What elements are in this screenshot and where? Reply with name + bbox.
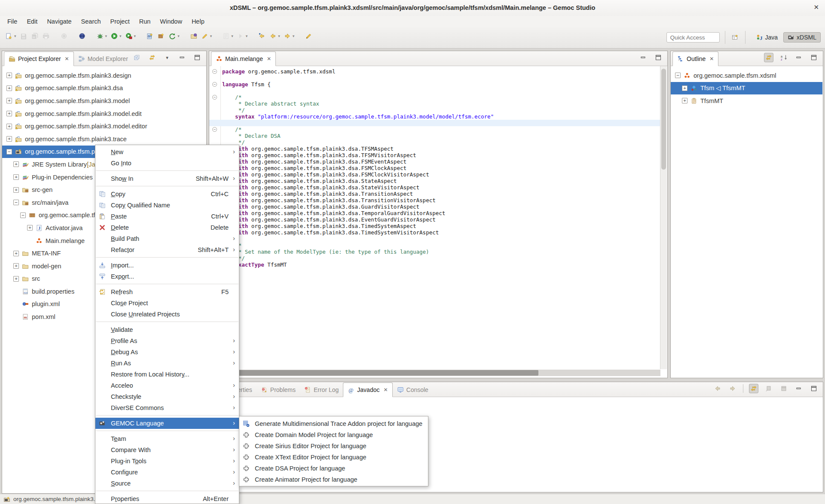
window-close-icon[interactable]: ✕ xyxy=(813,3,819,11)
print-button[interactable] xyxy=(40,30,52,42)
bottom-tab-error-log[interactable]: Error Log xyxy=(300,383,343,397)
menu-item-build-path[interactable]: Build Path› xyxy=(95,233,239,244)
menu-item-checkstyle[interactable]: Checkstyle› xyxy=(95,391,239,402)
quick-access-input[interactable] xyxy=(666,32,720,43)
dropdown-chevron-icon[interactable]: ▾ xyxy=(278,34,280,38)
menu-item-restore-from-local-history[interactable]: Restore from Local History... xyxy=(95,369,239,380)
explorer-tab-model-explorer[interactable]: Model Explorer xyxy=(74,52,132,66)
maximize-button[interactable] xyxy=(809,384,819,393)
maximize-button[interactable] xyxy=(654,53,663,62)
menu-project[interactable]: Project xyxy=(106,18,134,25)
minimize-button[interactable] xyxy=(177,53,187,62)
submenu-item-create-domain-model-project-for-language[interactable]: Create Domain Model Project for language xyxy=(239,429,428,440)
run-button[interactable] xyxy=(109,30,120,42)
menu-navigate[interactable]: Navigate xyxy=(42,18,76,25)
next-annotation-button[interactable] xyxy=(235,30,246,42)
collapse-icon[interactable]: − xyxy=(675,73,681,78)
expand-icon[interactable]: + xyxy=(13,251,19,256)
fold-collapse-icon[interactable]: − xyxy=(212,69,217,74)
perspective-java-button[interactable]: JJava xyxy=(752,33,782,42)
submenu-item-create-sirius-editor-project-for-language[interactable]: Create Sirius Editor Project for languag… xyxy=(239,440,428,452)
project-item-org-gemoc-sample-tfsm-plaink3-model-edit[interactable]: +org.gemoc.sample.tfsm.plaink3.model.edi… xyxy=(2,107,206,120)
expand-icon[interactable]: + xyxy=(6,111,12,116)
menu-file[interactable]: File xyxy=(3,18,22,25)
menu-item-copy-qualified-name[interactable]: Copy Qualified Name xyxy=(95,200,239,211)
menu-item-profile-as[interactable]: Profile As› xyxy=(95,335,239,346)
menu-item-team[interactable]: Team› xyxy=(95,433,239,444)
forward-button[interactable] xyxy=(282,30,293,42)
menu-item-diverse-commons[interactable]: DiverSE Commons› xyxy=(95,402,239,413)
mark-occurrences-button[interactable] xyxy=(220,30,232,42)
new-plugin-project-button[interactable] xyxy=(156,30,167,42)
collapse-icon[interactable]: − xyxy=(6,149,12,155)
back-disabled-button[interactable] xyxy=(713,384,722,393)
menu-item-refresh[interactable]: RefreshF5 xyxy=(95,286,239,298)
outline-item-tfsm-tfsmmt[interactable]: +Tfsm ◁ TfsmMT xyxy=(671,82,822,95)
horizontal-scrollbar-thumb[interactable] xyxy=(210,370,538,376)
menu-window[interactable]: Window xyxy=(155,18,187,25)
dropdown-chevron-icon[interactable]: ▾ xyxy=(14,34,16,38)
tab-close-icon[interactable]: ✕ xyxy=(709,56,714,62)
menu-item-debug-as[interactable]: Debug As› xyxy=(95,346,239,358)
menu-item-configure[interactable]: Configure› xyxy=(95,467,239,478)
menu-item-gemoc-language[interactable]: GEMOC Language› xyxy=(95,418,239,429)
back-to-last-edit-button[interactable] xyxy=(256,30,267,42)
editor-tab-main-melange[interactable]: Main.melange✕ xyxy=(211,52,276,66)
link-editor-button[interactable] xyxy=(749,384,758,393)
submenu-item-create-dsa-project-for-language[interactable]: Create DSA Project for language xyxy=(239,463,428,474)
expand-icon[interactable]: + xyxy=(27,225,33,231)
tab-close-icon[interactable]: ✕ xyxy=(267,56,271,62)
annotate-button[interactable] xyxy=(199,30,211,42)
expand-icon[interactable]: + xyxy=(6,73,12,78)
menu-item-close-project[interactable]: Close Project xyxy=(95,298,239,309)
bottom-tab-console[interactable]: Console xyxy=(393,383,433,397)
submenu-item-generate-multidimensional-trace-addon-project-for-language[interactable]: Generate Multidimensional Trace Addon pr… xyxy=(239,418,428,429)
expand-icon[interactable]: + xyxy=(6,136,12,142)
maximize-button[interactable] xyxy=(809,53,819,62)
expand-icon[interactable]: + xyxy=(13,174,19,180)
collapse-icon[interactable]: − xyxy=(13,200,19,205)
dropdown-chevron-icon[interactable]: ▾ xyxy=(293,34,295,38)
save-button[interactable] xyxy=(18,30,29,42)
tab-close-icon[interactable]: ✕ xyxy=(383,387,388,393)
expand-icon[interactable]: + xyxy=(13,263,19,269)
expand-icon[interactable]: + xyxy=(682,98,688,103)
menu-item-refactor[interactable]: RefactorShift+Alt+T› xyxy=(95,244,239,255)
new-wizard-button[interactable] xyxy=(3,30,15,42)
menu-item-delete[interactable]: DeleteDelete xyxy=(95,222,239,233)
menu-search[interactable]: Search xyxy=(76,18,106,25)
outline-item-org-gemoc-sample-tfsm-xdsml[interactable]: −org.gemoc.sample.tfsm.xdsml xyxy=(671,69,822,82)
fold-collapse-icon[interactable]: − xyxy=(212,95,217,100)
minimize-button[interactable] xyxy=(794,53,804,62)
menu-item-properties[interactable]: PropertiesAlt+Enter xyxy=(95,493,239,504)
fold-collapse-icon[interactable]: − xyxy=(212,127,217,132)
expand-icon[interactable]: + xyxy=(13,276,19,282)
expand-icon[interactable]: + xyxy=(6,124,12,129)
submenu-item-create-xtext-editor-project-for-language[interactable]: Create XText Editor Project for language xyxy=(239,452,428,463)
save-all-button[interactable] xyxy=(29,30,40,42)
back-button[interactable] xyxy=(267,30,278,42)
menu-item-go-into[interactable]: Go Into xyxy=(95,158,239,169)
last-edit-location-button[interactable] xyxy=(303,30,314,42)
menu-item-plug-in-tools[interactable]: Plug-in Tools› xyxy=(95,455,239,467)
editor-code-area[interactable]: −package org.gemoc.sample.tfsm.xdsml−lan… xyxy=(209,66,660,369)
fold-collapse-icon[interactable]: − xyxy=(212,82,217,87)
outline-tab-outline[interactable]: Outline✕ xyxy=(672,52,718,66)
menu-item-import[interactable]: Import... xyxy=(95,260,239,271)
explorer-tab-project-explorer[interactable]: Project Explorer✕ xyxy=(4,52,74,66)
debug-button[interactable] xyxy=(95,30,106,42)
menu-item-export[interactable]: Export... xyxy=(95,271,239,282)
project-item-org-gemoc-sample-tfsm-plaink3-trace[interactable]: +org.gemoc.sample.tfsm.plaink3.trace xyxy=(2,133,206,146)
dropdown-chevron-icon[interactable]: ▾ xyxy=(177,34,180,38)
project-item-org-gemoc-sample-tfsm-plaink3-design[interactable]: +org.gemoc.sample.tfsm.plaink3.design xyxy=(2,69,206,82)
project-item-org-gemoc-sample-tfsm-plaink3-model[interactable]: +org.gemoc.sample.tfsm.plaink3.model xyxy=(2,94,206,107)
menu-run[interactable]: Run xyxy=(134,18,156,25)
new-gemoc-project-button[interactable]: GT xyxy=(144,30,156,42)
menu-item-show-in[interactable]: Show InShift+Alt+W› xyxy=(95,173,239,184)
project-item-org-gemoc-sample-tfsm-plaink3-model-editor[interactable]: +org.gemoc.sample.tfsm.plaink3.model.edi… xyxy=(2,120,206,133)
editor-vertical-scrollbar[interactable] xyxy=(660,66,667,369)
sort-button[interactable]: az xyxy=(779,53,788,62)
menu-item-compare-with[interactable]: Compare With› xyxy=(95,444,239,455)
view-menu-button[interactable]: ▾ xyxy=(162,53,172,62)
tab-close-icon[interactable]: ✕ xyxy=(65,56,69,62)
